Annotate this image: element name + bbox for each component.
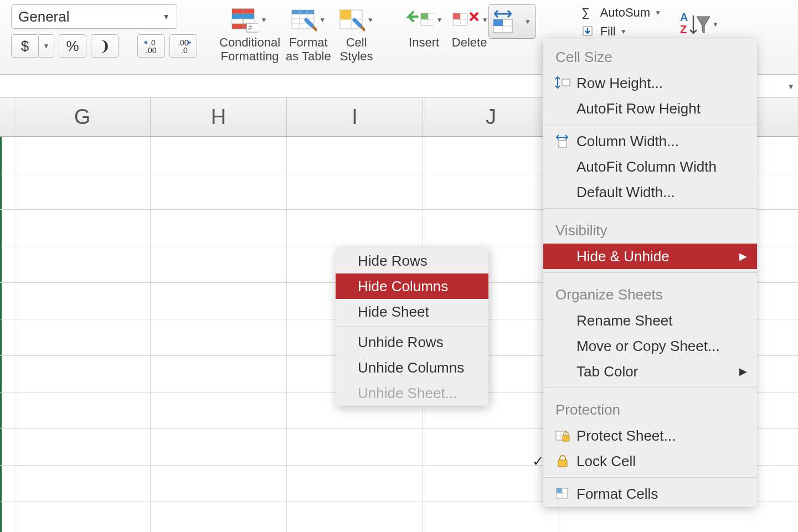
insert-label: Insert: [409, 35, 439, 49]
column-header[interactable]: I: [287, 98, 423, 136]
percent-format-button[interactable]: %: [59, 34, 86, 58]
format-menu: Cell Size Row Height... AutoFit Row Heig…: [543, 39, 757, 507]
menu-item-autofit-row-height[interactable]: AutoFit Row Height: [543, 96, 757, 121]
chevron-down-icon: ▼: [524, 18, 534, 25]
format-cells-button[interactable]: ▼: [488, 4, 536, 39]
svg-rect-20: [292, 10, 314, 14]
delete-cells-icon: [450, 8, 480, 32]
column-header[interactable]: G: [14, 98, 151, 136]
comma-format-button[interactable]: ❩: [91, 34, 119, 58]
checkmark-icon: ✓: [532, 453, 544, 470]
conditional-formatting-button[interactable]: ≠ ▼ Conditional Formatting: [219, 4, 280, 64]
menu-item-row-height[interactable]: Row Height...: [543, 70, 757, 96]
chevron-down-icon: ▼: [367, 16, 377, 24]
svg-rect-46: [559, 141, 567, 147]
chevron-down-icon: ▼: [162, 12, 170, 21]
insert-cells-button[interactable]: ▼ Insert: [404, 4, 444, 49]
editing-group: ∑ AutoSum ▼ Fill ▼: [578, 4, 663, 40]
chevron-down-icon: ▼: [712, 20, 719, 28]
svg-rect-40: [493, 19, 503, 26]
format-as-table-icon: [289, 7, 317, 33]
hide-unhide-submenu: Hide Rows Hide Columns Hide Sheet Unhide…: [336, 248, 488, 406]
accounting-format-button[interactable]: $: [11, 34, 39, 58]
menu-item-move-copy-sheet[interactable]: Move or Copy Sheet...: [543, 333, 757, 359]
menu-section-organize: Organize Sheets: [543, 276, 757, 308]
svg-text:►: ►: [187, 39, 192, 45]
svg-text:.0: .0: [181, 46, 188, 54]
grid-row: [0, 502, 798, 532]
delete-cells-button[interactable]: ▼ Delete: [450, 4, 490, 49]
submenu-arrow-icon: ▶: [739, 365, 747, 378]
insert-cells-icon: [404, 8, 434, 32]
column-header[interactable]: H: [151, 98, 287, 136]
menu-item-rename-sheet[interactable]: Rename Sheet: [543, 308, 757, 333]
column-header-edge: [0, 98, 14, 136]
menu-section-cell-size: Cell Size: [543, 39, 757, 70]
submenu-item-hide-columns[interactable]: Hide Columns: [336, 273, 488, 299]
svg-text:◄: ◄: [142, 39, 148, 45]
svg-rect-51: [558, 460, 567, 467]
chevron-down-icon: ▼: [436, 16, 444, 24]
svg-rect-32: [421, 13, 428, 19]
fill-down-icon: [580, 25, 596, 38]
menu-item-default-width[interactable]: Default Width...: [543, 179, 757, 205]
sort-filter-icon: A Z: [680, 11, 710, 38]
menu-item-hide-unhide[interactable]: Hide & Unhide ▶: [543, 244, 757, 269]
column-header[interactable]: J: [423, 98, 559, 136]
svg-rect-36: [453, 13, 460, 19]
decrease-decimal-button[interactable]: .00►.0: [169, 34, 197, 58]
menu-item-column-width[interactable]: Column Width...: [543, 128, 757, 154]
format-cells-icon: [490, 8, 523, 35]
menu-item-tab-color[interactable]: Tab Color▶: [543, 359, 757, 384]
submenu-item-hide-rows[interactable]: Hide Rows: [336, 248, 488, 273]
menu-item-lock-cell[interactable]: ✓ Lock Cell: [543, 448, 757, 474]
sort-filter-button[interactable]: A Z ▼: [680, 11, 719, 38]
format-cells-icon: [553, 485, 572, 502]
svg-rect-53: [557, 488, 562, 493]
chevron-down-icon: ▼: [620, 28, 627, 35]
svg-rect-45: [562, 79, 570, 86]
submenu-item-unhide-columns[interactable]: Unhide Columns: [336, 355, 488, 380]
format-as-table-button[interactable]: ▼ Format as Table: [286, 4, 331, 64]
chevron-down-icon: ▼: [260, 16, 270, 24]
cell-styles-label: Cell Styles: [340, 35, 373, 64]
submenu-item-hide-sheet[interactable]: Hide Sheet: [336, 299, 488, 324]
protect-sheet-icon: [553, 427, 572, 444]
formula-bar-expand-icon[interactable]: ▼: [787, 82, 795, 91]
cell-styles-icon: [337, 7, 365, 33]
autosum-button[interactable]: ∑ AutoSum ▼: [578, 4, 663, 21]
submenu-arrow-icon: ▶: [739, 250, 747, 262]
svg-text:∑: ∑: [581, 7, 590, 19]
autosum-icon: ∑: [580, 6, 596, 19]
menu-section-protection: Protection: [543, 391, 757, 423]
svg-text:.00: .00: [146, 46, 157, 54]
chevron-down-icon: ▼: [319, 16, 328, 24]
fill-button[interactable]: Fill ▼: [578, 23, 663, 40]
chevron-down-icon: ▼: [655, 9, 661, 17]
number-format-buttons: $ ▼ % ❩ ◄.0.00 .00►.0: [11, 34, 197, 58]
number-format-selector[interactable]: General ▼: [11, 4, 177, 29]
conditional-formatting-label: Conditional Formatting: [219, 35, 280, 64]
increase-decimal-button[interactable]: ◄.0.00: [137, 34, 165, 58]
menu-item-protect-sheet[interactable]: Protect Sheet...: [543, 423, 757, 448]
number-format-group: General ▼ $ ▼ % ❩ ◄.0.00 .00►.0: [11, 4, 197, 58]
svg-text:≠: ≠: [248, 23, 253, 32]
svg-text:A: A: [680, 11, 688, 23]
row-height-icon: [553, 75, 572, 91]
svg-rect-28: [340, 10, 351, 19]
svg-text:Z: Z: [680, 23, 687, 35]
submenu-item-unhide-rows[interactable]: Unhide Rows: [336, 329, 488, 355]
format-as-table-label: Format as Table: [286, 35, 331, 64]
column-width-icon: [553, 133, 572, 149]
svg-rect-50: [563, 436, 569, 441]
menu-item-format-cells[interactable]: Format Cells: [543, 481, 757, 507]
menu-section-visibility: Visibility: [543, 212, 757, 244]
accounting-format-dropdown[interactable]: ▼: [39, 34, 54, 58]
lock-icon: [553, 453, 572, 469]
submenu-item-unhide-sheet: Unhide Sheet...: [336, 380, 488, 406]
menu-item-autofit-column-width[interactable]: AutoFit Column Width: [543, 154, 757, 179]
cell-styles-button[interactable]: ▼ Cell Styles: [337, 4, 377, 64]
number-format-value: General: [18, 8, 70, 25]
delete-label: Delete: [452, 35, 487, 49]
conditional-formatting-icon: ≠: [230, 7, 258, 33]
